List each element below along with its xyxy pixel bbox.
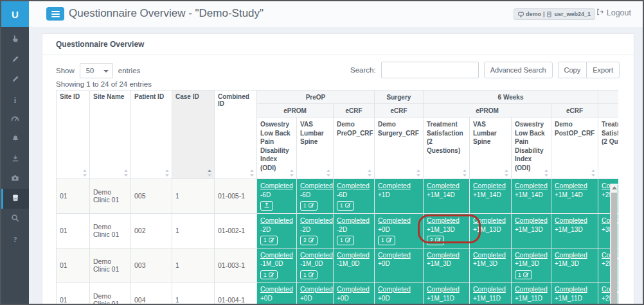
questionnaire-status-cell: Completed-6D <box>257 179 297 214</box>
column-header-questionnaire[interactable]: Oswestry Low Back Pain Disability Index … <box>257 118 297 179</box>
status-link[interactable]: Completed <box>378 285 411 293</box>
sidebar-item-gauge-4[interactable] <box>1 109 29 129</box>
column-header-site-name[interactable]: Site Name <box>90 91 131 179</box>
schedule-offset: +1M_14D <box>473 191 501 198</box>
column-header-questionnaire[interactable]: Demo PreOP_CRF <box>334 118 375 179</box>
status-link[interactable]: Completed <box>300 182 333 189</box>
logout-label: Logout <box>607 8 631 17</box>
logout-icon <box>596 8 604 17</box>
base-cell: 01-004-1 <box>215 283 257 305</box>
sort-icon <box>544 170 549 177</box>
edit-count-badge-button[interactable]: 1 <box>300 270 318 280</box>
search-icon <box>11 213 19 225</box>
status-link[interactable]: Completed <box>473 285 506 293</box>
edit-count-badge-button[interactable]: 2 <box>427 236 444 245</box>
sidebar-item-hand-pointer-0[interactable] <box>1 30 29 49</box>
edit-count-badge-button[interactable]: 1 <box>515 270 532 280</box>
topbar: Questionnaire Overview - "Demo-Study" de… <box>29 1 643 27</box>
sidebar-item-camera-7[interactable] <box>1 169 29 189</box>
upload-icon <box>264 202 270 209</box>
column-header-questionnaire[interactable]: VAS Lumbar Spine <box>297 118 334 179</box>
sidebar-item-help-10[interactable]: ? <box>1 229 29 248</box>
table-scroll-area: Site IDSite NamePatient IDCase IDCombine… <box>56 90 618 305</box>
scrollbar-thumb[interactable] <box>611 193 617 305</box>
status-link[interactable]: Completed <box>427 285 460 293</box>
status-link[interactable]: Completed <box>555 251 587 259</box>
column-header-questionnaire[interactable]: Demo Surgery_CRF <box>375 118 424 179</box>
edit-count-badge-button[interactable]: 1 <box>260 236 278 245</box>
sidebar-item-search-9[interactable] <box>1 209 29 229</box>
questionnaire-status-cell-annotated: Completed+1M_13D2 <box>424 213 470 248</box>
copy-button[interactable]: Copy <box>558 62 587 78</box>
status-link[interactable]: Completed <box>378 216 411 224</box>
status-link[interactable]: Completed <box>515 285 548 293</box>
column-header-patient-id[interactable]: Patient ID <box>131 91 172 179</box>
sidebar-item-pencil-2[interactable] <box>1 69 29 89</box>
edit-count-badge-button[interactable]: 2 <box>300 236 318 245</box>
base-cell: 1 <box>172 179 215 214</box>
sidebar-item-info-3[interactable]: i <box>1 89 29 109</box>
status-link[interactable]: Completed <box>337 251 370 259</box>
status-link[interactable]: Completed <box>300 285 333 293</box>
status-link[interactable]: Completed <box>260 285 293 293</box>
status-link[interactable]: Completed <box>260 216 293 224</box>
schedule-offset: +1M_13D <box>555 226 583 233</box>
search-input[interactable] <box>381 62 479 78</box>
status-link[interactable]: Completed <box>337 285 370 293</box>
status-link[interactable]: Completed <box>555 216 587 224</box>
status-link[interactable]: Completed <box>300 251 333 259</box>
status-link[interactable]: Completed <box>515 251 548 259</box>
edit-count-badge-button[interactable]: 1 <box>378 236 395 245</box>
vertical-scrollbar[interactable] <box>610 184 618 305</box>
menu-toggle-button[interactable] <box>46 7 64 21</box>
sidebar-item-database-8[interactable] <box>1 189 29 209</box>
column-header-combined-id[interactable]: Combined ID <box>215 91 257 179</box>
status-link[interactable]: Completed <box>427 182 460 189</box>
status-link[interactable]: Completed <box>337 216 370 224</box>
page-size-select[interactable]: 50 <box>80 63 113 78</box>
export-button[interactable]: Export <box>586 62 620 78</box>
sidebar-item-download-6[interactable] <box>1 149 29 169</box>
column-header-site-id[interactable]: Site ID <box>57 91 90 179</box>
status-link[interactable]: Completed <box>260 251 293 259</box>
questionnaire-status-cell: Completed-6D1 <box>297 179 334 214</box>
base-cell: Demo Clinic 01 <box>90 283 131 305</box>
status-link[interactable]: Completed <box>473 182 506 189</box>
questionnaire-status-cell: Completed+1M_11D <box>470 283 512 305</box>
column-header-case-id[interactable]: Case ID <box>172 91 215 179</box>
column-header-questionnaire[interactable]: Treatment Satisfaction (2 Questions) <box>424 118 470 179</box>
status-link[interactable]: Completed <box>515 216 548 224</box>
pencil-icon <box>12 54 19 65</box>
status-link[interactable]: Completed <box>555 182 587 189</box>
edit-count-badge-button[interactable]: 1 <box>337 201 354 211</box>
status-link[interactable]: Completed <box>427 251 460 259</box>
upload-badge-button[interactable] <box>260 201 273 211</box>
status-link[interactable]: Completed <box>337 182 370 189</box>
column-header-questionnaire[interactable]: Oswestry Low Back Pain Disability Index … <box>512 118 551 179</box>
status-link[interactable]: Completed <box>300 216 333 224</box>
sidebar-item-pencil-1[interactable] <box>1 49 29 69</box>
status-link[interactable]: Completed <box>515 182 548 189</box>
edit-count-badge-button[interactable]: 1 <box>260 270 278 280</box>
status-link[interactable]: Completed <box>378 251 411 259</box>
status-link[interactable]: Completed <box>378 182 411 189</box>
column-header-questionnaire[interactable]: Demo PostOP_CRF <box>551 118 598 179</box>
advanced-search-button[interactable]: Advanced Search <box>484 62 553 78</box>
sort-icon <box>367 170 372 177</box>
edit-count: 1 <box>340 238 343 243</box>
column-header-questionnaire[interactable]: VAS Lumbar Spine <box>470 118 512 179</box>
edit-count-badge-button[interactable]: 1 <box>300 201 318 211</box>
edit-count-badge-button[interactable]: 1 <box>337 236 354 245</box>
download-icon <box>12 153 19 165</box>
sidebar-item-bell-5[interactable] <box>1 129 29 149</box>
status-link[interactable]: Completed <box>555 285 587 293</box>
logout-button[interactable]: Logout <box>593 8 635 18</box>
column-header-questionnaire[interactable]: Treatment Satisfaction (2 Questions) <box>598 118 618 179</box>
app-logo[interactable]: U <box>1 1 29 27</box>
status-link[interactable]: Completed <box>260 182 293 189</box>
scroll-up-button[interactable] <box>611 184 618 192</box>
status-link[interactable]: Completed <box>427 216 460 224</box>
panel-title: Questionnaire Overview <box>56 40 144 49</box>
status-link[interactable]: Completed <box>473 216 506 224</box>
status-link[interactable]: Completed <box>473 251 506 259</box>
